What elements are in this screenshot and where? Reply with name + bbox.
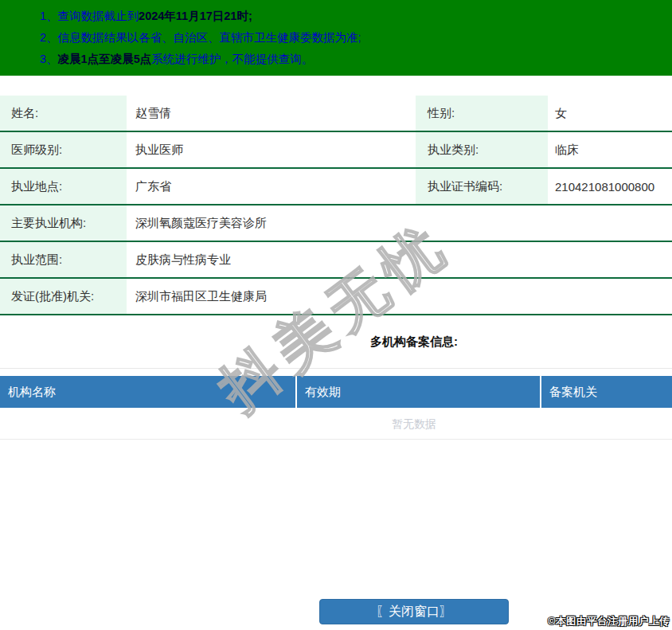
column-header-institution-name: 机构名称 xyxy=(0,376,295,408)
record-table-header: 机构名称 有效期 备案机关 xyxy=(0,376,672,408)
main-institution-label: 主要执业机构: xyxy=(0,205,127,241)
practice-category-value: 临床 xyxy=(548,132,672,167)
notice-text: 系统进行维护，不能提供查询。 xyxy=(151,53,313,65)
license-number-label: 执业证书编码: xyxy=(416,169,548,204)
notice-line-3: 3、凌晨1点至凌晨5点系统进行维护，不能提供查询。 xyxy=(0,49,672,70)
main-institution-value: 深圳氧颜蔻医疗美容诊所 xyxy=(127,205,672,241)
doctor-info-table: 姓名: 赵雪倩 性别: 女 医师级别: 执业医师 执业类别: 临床 执业地点: … xyxy=(0,96,672,315)
column-header-validity-period: 有效期 xyxy=(295,376,540,408)
notice-text: 信息数据结果以各省、自治区、直辖市卫生健康委数据为准; xyxy=(58,31,361,44)
notice-line-1: 1、查询数据截止到2024年11月17日21时; xyxy=(0,6,672,27)
table-row-level-category: 医师级别: 执业医师 执业类别: 临床 xyxy=(0,132,672,169)
notice-number: 2、 xyxy=(40,31,58,44)
practice-category-label: 执业类别: xyxy=(416,132,548,167)
notice-line-2: 2、信息数据结果以各省、自治区、直辖市卫生健康委数据为准; xyxy=(0,27,672,49)
gender-label: 性别: xyxy=(416,96,548,131)
table-row-location-license: 执业地点: 广东省 执业证书编码: 210421081000800 xyxy=(0,169,672,205)
notice-bold-text: 凌晨1点至凌晨5点 xyxy=(58,53,152,65)
column-header-record-authority: 备案机关 xyxy=(540,376,672,408)
practice-location-value: 广东省 xyxy=(127,169,416,204)
notice-number: 1、 xyxy=(40,10,58,22)
issuing-authority-value: 深圳市福田区卫生健康局 xyxy=(127,279,672,314)
table-row-issuing-authority: 发证(批准)机关: 深圳市福田区卫生健康局 xyxy=(0,279,672,315)
practice-scope-value: 皮肤病与性病专业 xyxy=(127,242,672,277)
name-label: 姓名: xyxy=(0,96,127,131)
multi-org-section-title: 多机构备案信息: xyxy=(0,315,672,369)
table-row-main-institution: 主要执业机构: 深圳氧颜蔻医疗美容诊所 xyxy=(0,205,672,242)
notice-banner: 1、查询数据截止到2024年11月17日21时; 2、信息数据结果以各省、自治区… xyxy=(0,0,672,76)
issuing-authority-label: 发证(批准)机关: xyxy=(0,279,127,314)
doctor-level-value: 执业医师 xyxy=(127,132,416,167)
spacer xyxy=(0,369,672,376)
practice-scope-label: 执业范围: xyxy=(0,242,127,277)
license-number-value: 210421081000800 xyxy=(548,169,672,204)
notice-number: 3、 xyxy=(40,53,58,65)
gender-value: 女 xyxy=(548,96,672,131)
close-window-button[interactable]: 〖关闭窗口〗 xyxy=(319,599,509,624)
practice-location-label: 执业地点: xyxy=(0,169,127,204)
page: 1、查询数据截止到2024年11月17日21时; 2、信息数据结果以各省、自治区… xyxy=(0,0,672,624)
no-data-message: 暂无数据 xyxy=(0,408,672,440)
table-row-practice-scope: 执业范围: 皮肤病与性病专业 xyxy=(0,242,672,279)
doctor-level-label: 医师级别: xyxy=(0,132,127,167)
copyright-watermark: ©本图由平台注册用户上传 xyxy=(548,615,670,628)
notice-bold-text: 2024年11月17日21时; xyxy=(139,10,252,22)
table-row-name-gender: 姓名: 赵雪倩 性别: 女 xyxy=(0,96,672,132)
notice-text: 查询数据截止到 xyxy=(58,10,139,22)
query-result-window: 1、查询数据截止到2024年11月17日21时; 2、信息数据结果以各省、自治区… xyxy=(0,0,672,630)
name-value: 赵雪倩 xyxy=(127,96,416,131)
